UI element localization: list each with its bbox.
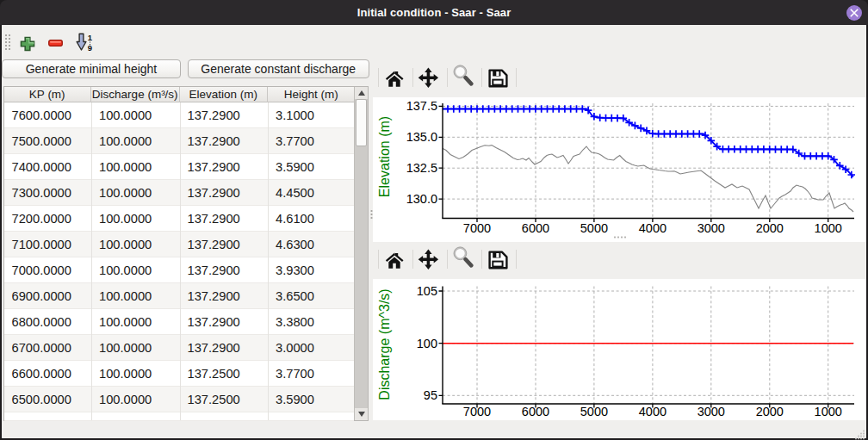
svg-text:1000: 1000 <box>815 405 842 418</box>
svg-text:Discharge (m^3/s): Discharge (m^3/s) <box>377 288 392 400</box>
svg-text:1000: 1000 <box>815 221 842 235</box>
svg-text:1: 1 <box>88 33 93 42</box>
svg-text:3000: 3000 <box>698 405 725 418</box>
svg-text:6000: 6000 <box>522 405 549 418</box>
svg-text:4000: 4000 <box>639 405 666 418</box>
svg-text:2000: 2000 <box>756 405 784 418</box>
svg-text:130.0: 130.0 <box>406 192 437 206</box>
svg-text:5000: 5000 <box>580 405 608 418</box>
svg-text:137.5: 137.5 <box>406 99 437 113</box>
svg-text:Elevation (m): Elevation (m) <box>377 116 392 197</box>
svg-text:2000: 2000 <box>756 221 784 235</box>
svg-text:7000: 7000 <box>463 405 491 418</box>
svg-text:7000: 7000 <box>463 221 491 235</box>
svg-text:100: 100 <box>417 337 437 350</box>
svg-text:6000: 6000 <box>522 221 549 235</box>
svg-text:132.5: 132.5 <box>406 161 437 175</box>
svg-text:4000: 4000 <box>639 221 666 235</box>
svg-text:135.0: 135.0 <box>406 130 437 144</box>
svg-text:105: 105 <box>417 284 437 298</box>
svg-text:95: 95 <box>424 388 437 402</box>
svg-text:5000: 5000 <box>580 221 608 235</box>
svg-text:3000: 3000 <box>698 221 725 235</box>
